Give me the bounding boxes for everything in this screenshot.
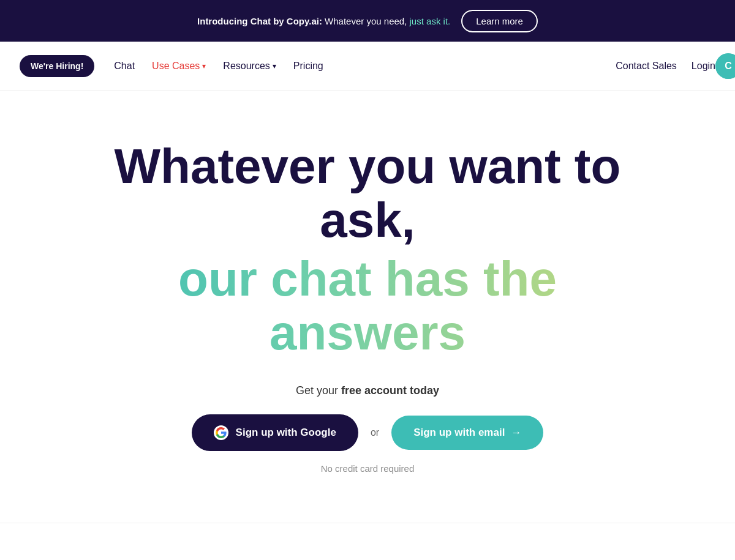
login-link[interactable]: Login	[692, 61, 715, 72]
nav-use-cases[interactable]: Use Cases ▾	[152, 61, 206, 72]
top-banner: Introducing Chat by Copy.ai: Whatever yo…	[0, 0, 735, 42]
chevron-down-icon: ▾	[273, 62, 276, 70]
nav-left: We're Hiring! Chat Use Cases ▾ Resources…	[20, 55, 323, 77]
chevron-down-icon: ▾	[202, 62, 206, 70]
nav-resources[interactable]: Resources ▾	[223, 61, 276, 72]
signup-email-button[interactable]: Sign up with email →	[391, 416, 543, 450]
nav-chat[interactable]: Chat	[114, 61, 135, 72]
avatar-icon: C	[715, 53, 735, 79]
svg-text:C: C	[725, 61, 732, 71]
cta-buttons: Sign up with Google or Sign up with emai…	[192, 414, 544, 451]
hero-section: Whatever you want to ask, our chat has t…	[0, 91, 735, 510]
or-separator: or	[371, 427, 379, 438]
banner-normal: Whatever you need,	[325, 16, 407, 26]
nav-links: Chat Use Cases ▾ Resources ▾ Pricing	[114, 61, 323, 72]
banner-bold: Introducing Chat by Copy.ai:	[197, 16, 322, 26]
signup-google-button[interactable]: Sign up with Google	[192, 414, 358, 451]
learn-more-button[interactable]: Learn more	[461, 10, 538, 32]
banner-text: Introducing Chat by Copy.ai: Whatever yo…	[197, 16, 450, 26]
hero-title-line2: our chat has the answers	[92, 252, 643, 360]
no-credit-text: No credit card required	[321, 463, 415, 474]
banner-highlight: just ask it.	[410, 16, 451, 26]
navbar: We're Hiring! Chat Use Cases ▾ Resources…	[0, 42, 735, 91]
nav-right: Contact Sales Login C	[616, 61, 715, 72]
hiring-badge[interactable]: We're Hiring!	[20, 55, 94, 77]
nav-pricing[interactable]: Pricing	[293, 61, 323, 72]
contact-sales-link[interactable]: Contact Sales	[616, 61, 677, 72]
section-divider	[0, 523, 735, 523]
google-icon	[214, 425, 228, 440]
arrow-right-icon: →	[511, 427, 521, 439]
hero-title-line1: Whatever you want to ask,	[92, 140, 643, 247]
hero-cta-text: Get your free account today	[296, 384, 439, 397]
avatar[interactable]: C	[715, 53, 735, 79]
